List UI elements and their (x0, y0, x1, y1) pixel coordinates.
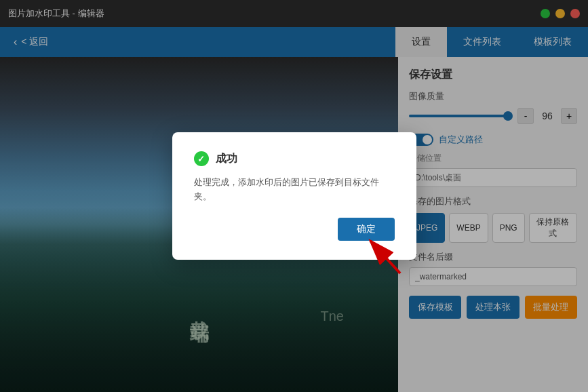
modal-footer: 确定 (194, 218, 395, 241)
modal-body: 处理完成，添加水印后的图片已保存到目标文件夹。 (194, 176, 395, 204)
success-modal: ✓ 成功 处理完成，添加水印后的图片已保存到目标文件夹。 确定 (172, 132, 416, 260)
confirm-button[interactable]: 确定 (338, 218, 395, 241)
modal-header: ✓ 成功 (194, 151, 395, 166)
svg-line-1 (370, 241, 400, 273)
modal-overlay: ✓ 成功 处理完成，添加水印后的图片已保存到目标文件夹。 确定 (0, 0, 588, 392)
modal-title: 成功 (216, 152, 237, 166)
success-icon: ✓ (194, 151, 209, 166)
